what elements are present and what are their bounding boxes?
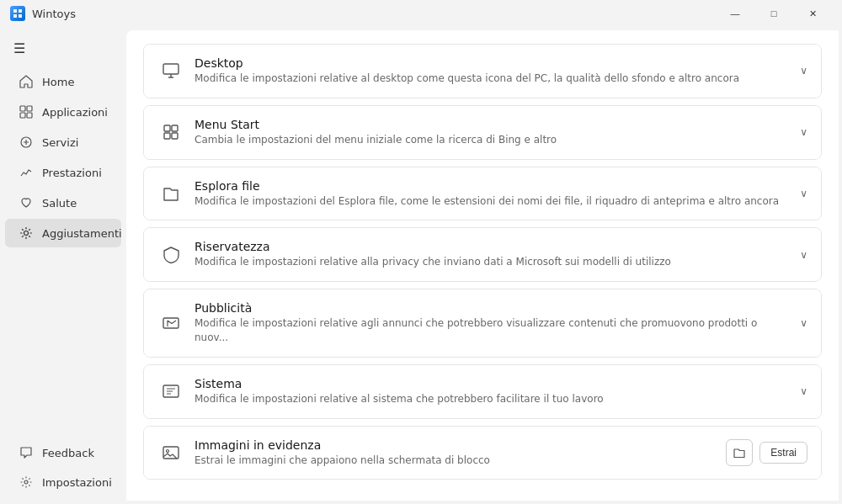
sidebar-item-impostazioni-label: Impostazioni <box>42 476 112 489</box>
apps-icon <box>19 104 34 119</box>
esplora-file-title: Esplora file <box>195 179 793 193</box>
setting-row-menu-start[interactable]: Menu Start Cambia le impostazioni del me… <box>144 106 821 159</box>
immagini-evidenza-desc: Estrai le immagini che appaiono nella sc… <box>195 454 719 468</box>
setting-card-pubblicita: Pubblicità Modifica le impostazioni rela… <box>143 289 822 358</box>
pubblicita-text: Pubblicità Modifica le impostazioni rela… <box>195 301 793 345</box>
sistema-desc: Modifica le impostazioni relative al sis… <box>195 392 793 406</box>
setting-card-sistema: Sistema Modifica le impostazioni relativ… <box>143 364 822 419</box>
app-title: Wintoys <box>32 8 76 20</box>
adjustments-icon <box>19 225 34 241</box>
sidebar-item-applicazioni-label: Applicazioni <box>42 106 108 119</box>
desktop-desc: Modifica le impostazioni relative al des… <box>195 72 793 86</box>
app-icon <box>10 6 25 21</box>
sidebar-item-salute[interactable]: Salute <box>5 188 121 217</box>
immagini-evidenza-icon <box>157 439 184 466</box>
esplora-file-icon <box>157 180 184 207</box>
sidebar-item-impostazioni[interactable]: Impostazioni <box>5 468 121 496</box>
sidebar-item-aggiustamenti-label: Aggiustamenti <box>42 227 122 240</box>
pubblicita-title: Pubblicità <box>195 301 793 315</box>
svg-rect-3 <box>19 14 22 18</box>
setting-row-pubblicita[interactable]: Pubblicità Modifica le impostazioni rela… <box>144 289 821 357</box>
sistema-text: Sistema Modifica le impostazioni relativ… <box>195 377 793 406</box>
sidebar-item-applicazioni[interactable]: Applicazioni <box>5 98 121 126</box>
maximize-button[interactable]: □ <box>754 0 793 27</box>
close-button[interactable]: ✕ <box>793 0 832 27</box>
svg-rect-7 <box>27 113 32 118</box>
setting-card-desktop: Desktop Modifica le impostazioni relativ… <box>143 44 822 98</box>
immagini-evidenza-text: Immagini in evidenza Estrai le immagini … <box>195 438 719 468</box>
sidebar-item-feedback[interactable]: Feedback <box>5 438 121 467</box>
immagini-evidenza-title: Immagini in evidenza <box>195 438 719 452</box>
menu-start-icon <box>157 119 184 146</box>
riservatezza-chevron-icon: ∨ <box>800 249 807 261</box>
desktop-chevron-icon: ∨ <box>800 65 807 77</box>
setting-card-esplora-file: Esplora file Modifica le impostazioni de… <box>143 167 822 221</box>
sidebar: ☰ Home Applicazioni <box>0 27 126 504</box>
estrai-button[interactable]: Estrai <box>759 442 807 464</box>
titlebar: Wintoys — □ ✕ <box>0 0 842 27</box>
feedback-icon <box>19 445 34 460</box>
svg-rect-2 <box>13 14 17 18</box>
setting-row-esplora-file[interactable]: Esplora file Modifica le impostazioni de… <box>144 167 821 220</box>
setting-card-menu-start: Menu Start Cambia le impostazioni del me… <box>143 105 822 160</box>
esplora-file-chevron-icon: ∨ <box>800 188 807 199</box>
svg-rect-5 <box>27 106 32 111</box>
svg-rect-12 <box>164 125 170 131</box>
riservatezza-text: Riservatezza Modifica le impostazioni re… <box>195 240 793 269</box>
desktop-icon <box>157 57 184 84</box>
menu-start-text: Menu Start Cambia le impostazioni del me… <box>195 118 793 147</box>
desktop-title: Desktop <box>195 56 793 70</box>
pubblicita-icon <box>157 310 184 337</box>
svg-rect-15 <box>172 133 178 139</box>
titlebar-left: Wintoys <box>10 6 76 21</box>
sistema-title: Sistema <box>195 377 793 390</box>
sidebar-item-servizi[interactable]: Servizi <box>5 128 121 157</box>
menu-start-desc: Cambia le impostazioni del menu iniziale… <box>195 133 793 147</box>
setting-row-desktop[interactable]: Desktop Modifica le impostazioni relativ… <box>144 45 821 98</box>
esplora-file-text: Esplora file Modifica le impostazioni de… <box>195 179 793 209</box>
svg-rect-13 <box>172 125 178 131</box>
sidebar-item-prestazioni-label: Prestazioni <box>42 167 102 179</box>
desktop-text: Desktop Modifica le impostazioni relativ… <box>195 56 793 86</box>
titlebar-controls: — □ ✕ <box>716 0 832 27</box>
pubblicita-chevron-icon: ∨ <box>800 317 807 329</box>
sidebar-item-prestazioni[interactable]: Prestazioni <box>5 158 121 187</box>
svg-rect-1 <box>19 9 22 13</box>
sidebar-item-home[interactable]: Home <box>5 67 121 96</box>
svg-rect-6 <box>20 113 25 118</box>
sistema-chevron-icon: ∨ <box>800 385 807 397</box>
hamburger-menu[interactable]: ☰ <box>0 34 126 63</box>
menu-start-title: Menu Start <box>195 118 793 131</box>
performance-icon <box>19 165 34 180</box>
svg-point-9 <box>24 231 29 236</box>
setting-row-riservatezza[interactable]: Riservatezza Modifica le impostazioni re… <box>144 228 821 281</box>
sidebar-item-salute-label: Salute <box>42 197 77 210</box>
riservatezza-desc: Modifica le impostazioni relative alla p… <box>195 255 793 269</box>
sidebar-item-aggiustamenti[interactable]: Aggiustamenti <box>5 219 121 247</box>
minimize-button[interactable]: — <box>716 0 754 27</box>
home-icon <box>19 74 34 89</box>
settings-icon <box>19 475 34 490</box>
sidebar-item-home-label: Home <box>42 76 74 88</box>
svg-point-10 <box>24 480 28 484</box>
esplora-file-desc: Modifica le impostazioni del Esplora fil… <box>195 194 793 209</box>
health-icon <box>19 195 34 210</box>
setting-card-riservatezza: Riservatezza Modifica le impostazioni re… <box>143 227 822 282</box>
menu-start-chevron-icon: ∨ <box>800 126 807 138</box>
immagini-evidenza-actions: Estrai <box>726 439 807 466</box>
open-folder-button[interactable] <box>726 439 753 466</box>
setting-row-sistema[interactable]: Sistema Modifica le impostazioni relativ… <box>144 365 821 418</box>
setting-row-immagini-evidenza[interactable]: Immagini in evidenza Estrai le immagini … <box>144 427 821 480</box>
setting-card-immagini-evidenza: Immagini in evidenza Estrai le immagini … <box>143 426 822 480</box>
svg-rect-0 <box>13 9 17 13</box>
services-icon <box>19 135 34 150</box>
svg-rect-4 <box>20 106 25 111</box>
svg-rect-11 <box>163 64 179 74</box>
sidebar-item-feedback-label: Feedback <box>42 447 94 459</box>
sidebar-bottom: Feedback Impostazioni <box>0 438 126 497</box>
app-body: ☰ Home Applicazioni <box>0 27 842 504</box>
riservatezza-title: Riservatezza <box>195 240 793 253</box>
svg-rect-18 <box>163 447 179 459</box>
svg-rect-14 <box>164 133 170 139</box>
svg-point-19 <box>167 449 169 452</box>
